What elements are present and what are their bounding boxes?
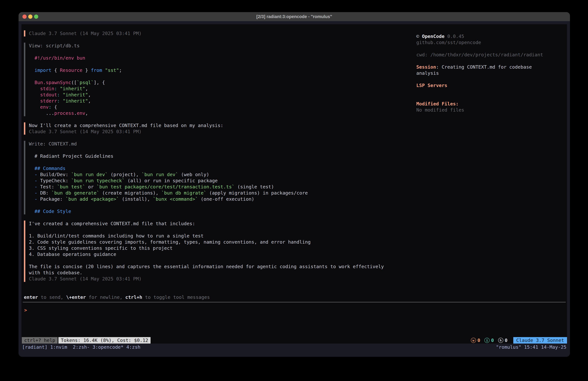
terminal-line: © OpenCode 0.0.45 bbox=[416, 33, 566, 39]
terminal-line: 1. Build/lint/test commands including ho… bbox=[29, 233, 384, 239]
chat-input[interactable]: > bbox=[24, 307, 27, 313]
assistant-header-block: Claude 3.7 Sonnet (14 May 2025 03:41 PM) bbox=[24, 30, 384, 37]
terminal-line: ...process.env, bbox=[29, 110, 384, 116]
help-shortcut-chip: ctrl+? help bbox=[22, 337, 58, 344]
write-tool-block: Write: CONTEXT.md # Radiant Project Guid… bbox=[24, 141, 384, 214]
tmux-session-clock: "romulus" 15:41 14-May-25 bbox=[496, 344, 567, 350]
warning-count: w0 bbox=[471, 337, 480, 343]
traffic-lights bbox=[22, 15, 38, 19]
terminal-line bbox=[416, 89, 566, 95]
terminal-line: with this codebase. bbox=[29, 269, 384, 276]
terminal-line bbox=[29, 257, 384, 264]
terminal-line: Session: Creating CONTEXT.md for codebas… bbox=[416, 64, 566, 70]
terminal-line: Claude 3.7 Sonnet (14 May 2025 03:41 PM) bbox=[29, 30, 384, 37]
terminal-line: Bun.spawnSync([`psql`], { bbox=[29, 79, 384, 86]
info-count: i0 bbox=[484, 337, 494, 343]
chat-transcript: Claude 3.7 Sonnet (14 May 2025 03:41 PM)… bbox=[24, 30, 384, 288]
desktop: [2/3] radiant:3:opencode - "romulus" Cla… bbox=[0, 0, 588, 381]
opencode-tui: Claude 3.7 Sonnet (14 May 2025 03:41 PM)… bbox=[21, 24, 567, 344]
close-button[interactable] bbox=[22, 15, 27, 19]
keyboard-hints: enter to send, \+enter for newline, ctrl… bbox=[24, 294, 210, 300]
terminal-line: import { Resource } from "sst"; bbox=[29, 67, 384, 73]
terminal-line: analysis bbox=[416, 70, 566, 76]
minimize-button[interactable] bbox=[28, 15, 32, 19]
h-circle-icon: h bbox=[498, 338, 503, 343]
terminal-line: stderr: "inherit", bbox=[29, 98, 384, 104]
terminal-line: No modified files bbox=[416, 107, 566, 113]
diagnostic-count: 0 bbox=[478, 337, 480, 343]
w-circle-icon: w bbox=[471, 338, 476, 343]
status-bar: ctrl+? helpTokens: 16.4K (8%), Cost: $0.… bbox=[21, 337, 567, 344]
model-badge: Claude 3.7 Sonnet bbox=[513, 337, 567, 344]
terminal-line bbox=[29, 147, 384, 153]
terminal-line: 2. Code style guidelines covering import… bbox=[29, 239, 384, 245]
input-divider bbox=[23, 302, 566, 302]
terminal-line: - Test: `bun test` or `bun test packages… bbox=[29, 184, 384, 190]
terminal-line: Write: CONTEXT.md bbox=[29, 141, 384, 147]
terminal-line: stdout: "inherit", bbox=[29, 92, 384, 98]
terminal-line bbox=[29, 73, 384, 79]
tokens-cost-chip: Tokens: 16.4K (8%), Cost: $0.12 bbox=[58, 337, 150, 344]
terminal-line: Modified Files: bbox=[416, 101, 566, 107]
tmux-status-line: [radiant] 1:nvim 2:zsh- 3:opencode* 4:zs… bbox=[22, 344, 566, 350]
terminal-line bbox=[416, 58, 566, 64]
terminal-line bbox=[29, 227, 384, 233]
terminal-line: #!/usr/bin/env bun bbox=[29, 55, 384, 61]
terminal-line bbox=[416, 45, 566, 52]
zoom-button[interactable] bbox=[34, 15, 38, 19]
status-right-group: w0i0h0 Claude 3.7 Sonnet bbox=[471, 337, 567, 344]
terminal-line: 3. CSS styling conventions specific to t… bbox=[29, 245, 384, 251]
terminal-line: github.com/sst/opencode bbox=[416, 39, 566, 45]
terminal-line: View: script/db.ts bbox=[29, 43, 384, 49]
session-sidebar: © OpenCode 0.0.45github.com/sst/opencode… bbox=[416, 33, 566, 113]
terminal-line: # Radiant Project Guidelines bbox=[29, 153, 384, 159]
terminal-line bbox=[416, 95, 566, 101]
terminal-line bbox=[416, 76, 566, 82]
window-title: [2/3] radiant:3:opencode - "romulus" bbox=[256, 14, 332, 19]
terminal-line bbox=[29, 159, 384, 165]
terminal-line: 4. Database operations guidance bbox=[29, 251, 384, 257]
terminal-line: - Package: `bun add <package>` (install)… bbox=[29, 196, 384, 202]
view-tool-block: View: script/db.ts #!/usr/bin/env bun im… bbox=[24, 43, 384, 116]
terminal-line bbox=[29, 49, 384, 55]
terminal-line bbox=[29, 202, 384, 208]
terminal-line: ## Code Style bbox=[29, 208, 384, 214]
terminal-line: Claude 3.7 Sonnet (14 May 2025 03:41 PM) bbox=[29, 276, 384, 282]
hint-count: h0 bbox=[498, 337, 507, 343]
assistant-message-block: Now I'll create a comprehensive CONTEXT.… bbox=[24, 122, 384, 135]
terminal-line: - TypeCheck: `bun run typecheck` (all) o… bbox=[29, 178, 384, 184]
terminal-line: I've created a comprehensive CONTEXT.md … bbox=[29, 221, 384, 227]
terminal-line: env: { bbox=[29, 104, 384, 110]
assistant-summary-block: I've created a comprehensive CONTEXT.md … bbox=[24, 221, 384, 282]
terminal-line: cwd: /home/thdxr/dev/projects/radiant/ra… bbox=[416, 52, 566, 58]
terminal-line: Claude 3.7 Sonnet (14 May 2025 03:41 PM) bbox=[29, 129, 384, 135]
terminal-line: The file is concise (20 lines) and captu… bbox=[29, 264, 384, 269]
diagnostics-group: w0i0h0 bbox=[471, 337, 512, 343]
terminal-line: LSP Servers bbox=[416, 82, 566, 89]
window-titlebar: [2/3] radiant:3:opencode - "romulus" bbox=[19, 12, 570, 21]
terminal-window: [2/3] radiant:3:opencode - "romulus" Cla… bbox=[19, 12, 570, 357]
status-chips: ctrl+? helpTokens: 16.4K (8%), Cost: $0.… bbox=[21, 337, 150, 344]
terminal-line: ## Commands bbox=[29, 165, 384, 171]
terminal-line: Now I'll create a comprehensive CONTEXT.… bbox=[29, 122, 384, 129]
i-circle-icon: i bbox=[484, 338, 490, 343]
diagnostic-count: 0 bbox=[491, 337, 494, 343]
tmux-windows[interactable]: [radiant] 1:nvim 2:zsh- 3:opencode* 4:zs… bbox=[22, 344, 140, 350]
terminal-line bbox=[29, 61, 384, 67]
terminal-line: - Build/Dev: `bun run dev` (project), `b… bbox=[29, 171, 384, 178]
diagnostic-count: 0 bbox=[505, 337, 507, 343]
terminal-line: stdin: "inherit", bbox=[29, 86, 384, 92]
terminal-line: - DB: `bun db generate` (create migratio… bbox=[29, 190, 384, 196]
